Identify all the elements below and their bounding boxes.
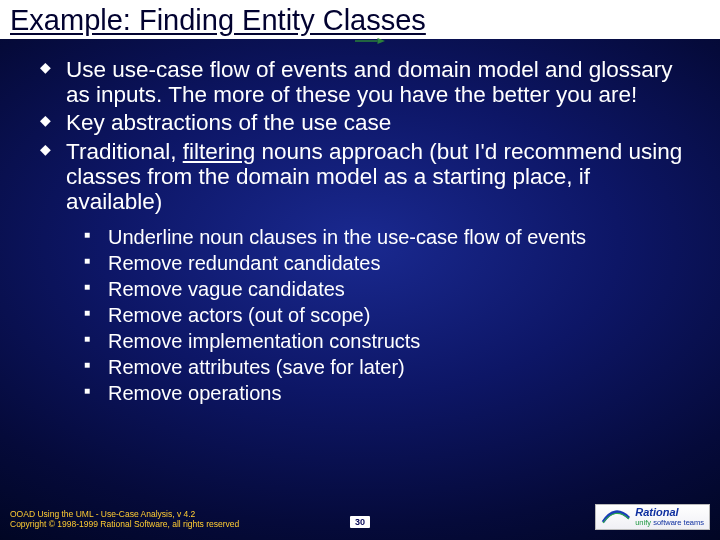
underlined-word: filtering — [183, 139, 256, 164]
content-area: Use use-case flow of events and domain m… — [0, 39, 720, 406]
slide: Example: Finding Entity Classes Use use-… — [0, 0, 720, 540]
bullet-item: Key abstractions of the use case — [36, 110, 684, 135]
bullet-text: Remove attributes (save for later) — [108, 356, 405, 378]
rational-logo-icon — [601, 508, 631, 526]
footer-line1: OOAD Using the UML - Use-Case Analysis, … — [10, 509, 239, 520]
bullet-item: Traditional, filtering nouns approach (b… — [36, 139, 684, 215]
footer-line2: Copyright © 1998-1999 Rational Software,… — [10, 519, 239, 530]
bullet-text: Remove vague candidates — [108, 278, 345, 300]
bullet-sub-item: Remove operations — [84, 380, 684, 406]
bullet-text: Key abstractions of the use case — [66, 110, 391, 135]
page-number: 30 — [350, 516, 370, 528]
bullet-sub-item: Remove implementation constructs — [84, 328, 684, 354]
bullet-sub-item: Remove redundant candidates — [84, 250, 684, 276]
bullet-text: Remove operations — [108, 382, 281, 404]
bullet-text: Underline noun clauses in the use-case f… — [108, 226, 586, 248]
bullet-list-secondary: Underline noun clauses in the use-case f… — [84, 224, 684, 406]
bullet-text: Remove redundant candidates — [108, 252, 380, 274]
bullet-text: Remove implementation constructs — [108, 330, 420, 352]
footer-copyright: OOAD Using the UML - Use-Case Analysis, … — [10, 509, 239, 530]
bullet-text: Traditional, filtering nouns approach (b… — [66, 139, 682, 214]
logo-badge: Rational unify software teams — [595, 504, 710, 530]
bullet-item: Use use-case flow of events and domain m… — [36, 57, 684, 107]
title-bar: Example: Finding Entity Classes — [0, 0, 720, 39]
logo-brand: Rational — [635, 506, 678, 518]
bullet-list-primary: Use use-case flow of events and domain m… — [36, 57, 684, 214]
slide-title: Example: Finding Entity Classes — [10, 4, 426, 37]
bullet-sub-item: Underline noun clauses in the use-case f… — [84, 224, 684, 250]
bullet-text: Use use-case flow of events and domain m… — [66, 57, 673, 107]
logo-text: Rational unify software teams — [635, 507, 704, 527]
bullet-sub-item: Remove attributes (save for later) — [84, 354, 684, 380]
bullet-sub-item: Remove actors (out of scope) — [84, 302, 684, 328]
bullet-text: Remove actors (out of scope) — [108, 304, 370, 326]
footer: OOAD Using the UML - Use-Case Analysis, … — [10, 504, 710, 530]
logo-tagline: unify software teams — [635, 518, 704, 527]
bullet-sub-item: Remove vague candidates — [84, 276, 684, 302]
